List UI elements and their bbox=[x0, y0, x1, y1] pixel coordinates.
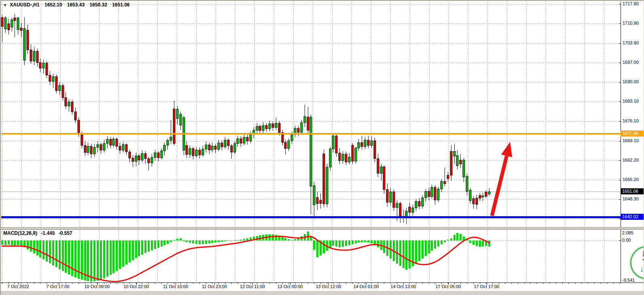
candle-body-bear bbox=[119, 146, 121, 150]
macd-bar bbox=[332, 240, 334, 246]
macd-bar bbox=[173, 240, 175, 240]
candle-body-bull bbox=[234, 143, 236, 152]
candle-body-bear bbox=[173, 109, 175, 143]
macd-bar bbox=[138, 240, 140, 256]
candle-body-bull bbox=[87, 146, 89, 152]
candle-body-bull bbox=[275, 123, 277, 127]
macd-bar bbox=[74, 240, 76, 278]
candle-body-bull bbox=[189, 149, 191, 155]
symbol-dropdown-icon[interactable]: ▼ bbox=[3, 3, 7, 7]
candle-body-bear bbox=[20, 28, 22, 30]
macd-bar bbox=[284, 238, 286, 240]
macd-bar bbox=[291, 240, 293, 240]
candle-body-bull bbox=[256, 126, 258, 131]
macd-bar bbox=[240, 240, 242, 240]
candle-body-bull bbox=[313, 185, 315, 204]
pane-splitter[interactable] bbox=[0, 227, 644, 230]
trend-arrow-head[interactable] bbox=[501, 142, 512, 157]
candle-body-bear bbox=[307, 117, 309, 131]
macd-bar bbox=[405, 240, 407, 270]
macd-bar bbox=[422, 240, 424, 259]
candle-body-bear bbox=[367, 140, 369, 145]
support-line[interactable] bbox=[1, 216, 621, 218]
macd-value: -1.445 bbox=[41, 230, 55, 236]
candle-body-bear bbox=[65, 98, 67, 106]
macd-bar bbox=[100, 240, 102, 280]
macd-bar bbox=[132, 240, 134, 260]
candle-body-bear bbox=[278, 123, 280, 133]
macd-bar bbox=[195, 240, 197, 244]
macd-bar bbox=[4, 240, 6, 245]
candle-body-bear bbox=[297, 128, 299, 132]
macd-bar bbox=[246, 238, 248, 240]
macd-bar bbox=[447, 240, 449, 240]
candle-body-bear bbox=[259, 126, 261, 131]
macd-bar bbox=[68, 240, 70, 274]
macd-bar bbox=[167, 240, 169, 244]
candle-body-bear bbox=[208, 145, 210, 150]
candle-body-bear bbox=[472, 198, 475, 204]
candle-body-bear bbox=[49, 75, 51, 81]
candle-body-bull bbox=[154, 153, 156, 158]
candle-body-bull bbox=[463, 160, 465, 177]
price-badge-support: 1642.02 bbox=[621, 214, 644, 220]
candle-body-bear bbox=[361, 143, 363, 147]
candle-body-bull bbox=[453, 152, 455, 156]
macd-bar bbox=[348, 240, 350, 245]
macd-bar bbox=[316, 240, 318, 257]
candle-body-bull bbox=[211, 146, 213, 150]
macd-bar bbox=[62, 240, 64, 271]
candle-body-bear bbox=[186, 145, 188, 154]
chart-header: ▼ XAUUSD-,H1 1652.10 1653.43 1650.32 165… bbox=[3, 2, 133, 8]
macd-bar bbox=[33, 240, 35, 253]
candle-body-bear bbox=[383, 167, 385, 190]
macd-bar bbox=[199, 240, 201, 244]
macd-bar bbox=[135, 240, 137, 258]
candle-body-bear bbox=[221, 143, 223, 147]
price-axis-label: 1669.10 bbox=[623, 138, 639, 143]
candle-body-bear bbox=[8, 24, 10, 30]
macd-bar bbox=[97, 240, 99, 281]
time-axis-label: 13 Oct 12:00 bbox=[316, 284, 341, 289]
candle-body-bull bbox=[329, 149, 331, 167]
macd-bar bbox=[234, 240, 236, 241]
macd-bar bbox=[183, 240, 185, 241]
price-chart[interactable] bbox=[0, 0, 644, 295]
macd-bar bbox=[469, 240, 471, 243]
candle-body-bull bbox=[202, 149, 204, 155]
macd-bar bbox=[11, 240, 13, 245]
candle-body-bear bbox=[39, 63, 41, 68]
candle-body-bull bbox=[250, 134, 252, 141]
macd-bar bbox=[208, 240, 210, 243]
candle-body-bull bbox=[243, 137, 245, 143]
price-axis-label: 1697.00 bbox=[623, 60, 639, 65]
resistance-line[interactable] bbox=[1, 133, 621, 135]
candle-body-bear bbox=[428, 191, 430, 196]
candle-body-bull bbox=[205, 145, 207, 149]
macd-bar bbox=[170, 240, 172, 242]
macd-bar bbox=[180, 238, 182, 240]
candle-body-bear bbox=[399, 203, 401, 216]
candle-body-bull bbox=[348, 157, 350, 162]
macd-bar bbox=[186, 240, 188, 242]
time-axis-label: 7 Oct 17:00 bbox=[47, 284, 70, 289]
candle-body-bull bbox=[112, 139, 114, 145]
candle-body-bull bbox=[310, 117, 312, 186]
candle-body-bull bbox=[122, 145, 124, 150]
macd-bar bbox=[161, 240, 163, 247]
candle-body-bear bbox=[265, 126, 267, 129]
trend-arrow-shaft[interactable] bbox=[492, 156, 506, 216]
candle-body-bull bbox=[224, 140, 226, 147]
time-axis-label: 10 Oct 22:00 bbox=[124, 284, 149, 289]
candle-body-bull bbox=[422, 198, 424, 206]
macd-bar bbox=[342, 240, 344, 247]
macd-bar bbox=[450, 238, 452, 240]
candle-body-bear bbox=[479, 196, 481, 198]
candle-body-bear bbox=[393, 192, 395, 208]
candle-body-bull bbox=[358, 143, 360, 148]
macd-bar bbox=[345, 240, 347, 246]
macd-bar bbox=[125, 240, 127, 265]
macd-bar bbox=[237, 240, 239, 240]
candle-body-bull bbox=[151, 158, 153, 163]
badge-count: 5 bbox=[642, 248, 644, 265]
